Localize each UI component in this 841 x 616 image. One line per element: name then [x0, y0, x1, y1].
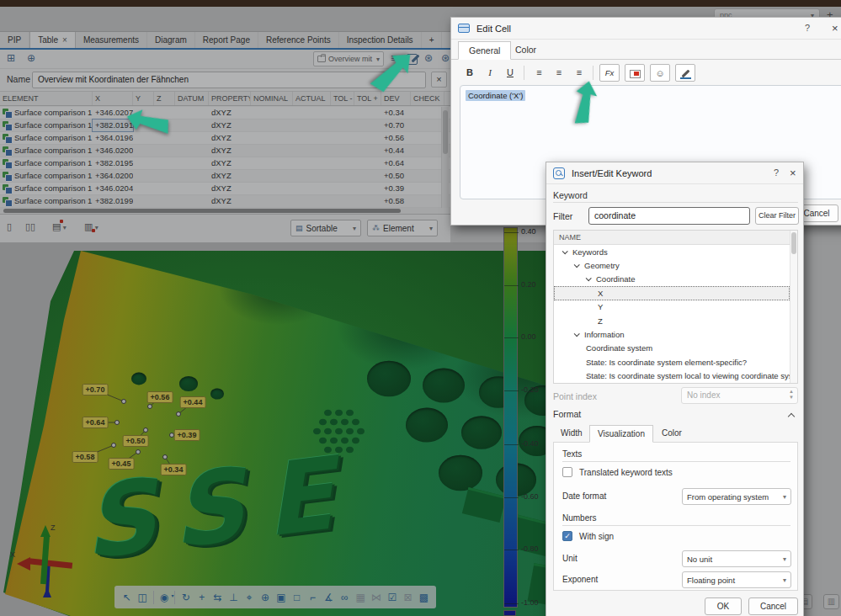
- help-button[interactable]: ?: [805, 23, 810, 33]
- close-button[interactable]: ×: [832, 22, 838, 35]
- cell-icon: [458, 24, 470, 33]
- exponent-dropdown[interactable]: Floating point ▾: [682, 571, 791, 588]
- close-button[interactable]: ×: [790, 167, 796, 179]
- point-index-label: Point index: [553, 391, 597, 401]
- unit-label: Unit: [562, 554, 578, 563]
- tab-color[interactable]: Color: [505, 41, 546, 60]
- cancel-button[interactable]: Cancel: [748, 597, 798, 615]
- clear-filter-button[interactable]: Clear Filter: [755, 207, 799, 225]
- bold-button[interactable]: B: [460, 64, 480, 82]
- expander-icon[interactable]: [562, 248, 568, 254]
- dialog-title: Insert/Edit Keyword: [572, 168, 652, 178]
- tree-item-label: State: Is coordinate system local to vie…: [586, 371, 790, 380]
- divider: [562, 525, 790, 526]
- dialog-title-bar[interactable]: Insert/Edit Keyword: [546, 162, 803, 184]
- exponent-value: Floating point: [687, 576, 735, 585]
- help-button[interactable]: ?: [774, 167, 779, 178]
- expander-icon[interactable]: [574, 331, 580, 337]
- tree-item-information[interactable]: Information: [554, 327, 790, 341]
- align-left-icon[interactable]: ≡: [529, 64, 549, 82]
- divider: [562, 461, 790, 462]
- toolbar-separator: [593, 66, 593, 80]
- chevron-down-icon: ▾: [783, 493, 786, 501]
- tree-item-coordinate-system[interactable]: Coordinate system: [554, 342, 790, 355]
- tab-visualization[interactable]: Visualization: [589, 425, 653, 443]
- italic-button[interactable]: I: [480, 64, 500, 82]
- tree-item-z[interactable]: Z: [554, 314, 790, 327]
- tree-item-label: Coordinate: [596, 274, 635, 284]
- format-section-label: Format: [553, 409, 581, 419]
- tree-item-label: Information: [584, 330, 625, 339]
- underline-button[interactable]: U: [500, 64, 520, 82]
- visualization-group-box: Texts Translated keyword texts Date form…: [553, 442, 798, 591]
- tree-item-keywords[interactable]: Keywords: [554, 245, 790, 258]
- date-format-value: From operating system: [687, 492, 769, 502]
- tree-item-geometry[interactable]: Geometry: [554, 258, 790, 272]
- texts-label: Texts: [562, 449, 582, 459]
- ok-button[interactable]: OK: [705, 597, 742, 615]
- tree-scrollbar[interactable]: [790, 231, 797, 383]
- toolbar-separator: [524, 66, 524, 80]
- spinner-arrows-icon[interactable]: ▲▼: [789, 389, 794, 401]
- keyword-token[interactable]: Coordinate ('X'): [466, 90, 525, 101]
- insert-edit-keyword-dialog: Insert/Edit Keyword ? × Keyword Filter c…: [546, 162, 804, 616]
- dialog-title: Edit Cell: [476, 24, 511, 34]
- insert-symbol-button[interactable]: ☺: [650, 64, 670, 82]
- image-icon: [630, 70, 641, 78]
- tree-item-y[interactable]: Y: [554, 300, 790, 314]
- expander-icon[interactable]: [586, 276, 592, 282]
- tree-item-label: X: [598, 289, 603, 298]
- keyword-tree: NAME KeywordsGeometryCoordinateXYZInform…: [553, 230, 798, 384]
- tree-item-label: Coordinate system: [586, 343, 652, 353]
- magnifier-icon: [553, 167, 565, 179]
- point-index-value: No index: [687, 390, 720, 400]
- with-sign-label: With sign: [579, 532, 614, 541]
- collapse-chevron-icon[interactable]: [788, 413, 795, 420]
- date-format-label: Date format: [562, 491, 606, 501]
- translated-keyword-texts-checkbox[interactable]: [562, 467, 572, 477]
- keyword-section-label: Keyword: [553, 190, 588, 200]
- filter-input[interactable]: coordinate: [588, 207, 750, 225]
- tree-item-state-is-coordinate-system-element[interactable]: State: Is coordinate system element-spec…: [554, 355, 790, 369]
- pen-icon: [680, 69, 691, 79]
- align-center-icon[interactable]: ≡: [549, 64, 569, 82]
- format-pen-button[interactable]: [675, 64, 695, 82]
- tree-item-x[interactable]: X: [554, 286, 790, 300]
- tab-width[interactable]: Width: [553, 425, 590, 443]
- expander-icon[interactable]: [574, 262, 580, 268]
- tree-item-state-is-coordinate-system-local-t[interactable]: State: Is coordinate system local to vie…: [554, 369, 790, 383]
- filter-label: Filter: [553, 211, 572, 221]
- tree-item-label: State: Is coordinate system element-spec…: [586, 358, 747, 367]
- dialog-title-bar[interactable]: Edit Cell: [451, 18, 841, 40]
- tree-item-label: Keywords: [572, 247, 608, 257]
- numbers-label: Numbers: [562, 513, 597, 523]
- tab-color[interactable]: Color: [654, 425, 689, 443]
- point-index-spinner[interactable]: No index ▲▼: [681, 387, 798, 404]
- tree-item-label: Z: [598, 316, 603, 326]
- scrollbar-thumb[interactable]: [791, 232, 796, 254]
- insert-image-button[interactable]: [625, 64, 645, 82]
- date-format-dropdown[interactable]: From operating system ▾: [682, 488, 791, 505]
- tree-header-name[interactable]: NAME: [554, 231, 790, 245]
- exponent-label: Exponent: [562, 575, 598, 584]
- tree-rows: KeywordsGeometryCoordinateXYZInformation…: [554, 245, 790, 383]
- insert-keyword-fx-button[interactable]: Fx: [599, 64, 620, 82]
- translated-keyword-texts-label: Translated keyword texts: [579, 468, 673, 477]
- unit-dropdown[interactable]: No unit ▾: [682, 550, 791, 567]
- tree-item-label: Geometry: [584, 261, 620, 270]
- unit-value: No unit: [687, 555, 712, 564]
- tree-item-coordinate[interactable]: Coordinate: [554, 273, 790, 286]
- tab-general[interactable]: General: [458, 41, 511, 60]
- with-sign-checkbox[interactable]: [562, 531, 572, 541]
- section-divider: [553, 202, 798, 203]
- tree-item-label: Y: [598, 302, 603, 311]
- chevron-down-icon: ▾: [783, 555, 786, 563]
- chevron-down-icon: ▾: [783, 576, 786, 584]
- app-screen: ppc ▾ + SSE X Z ↖◫◉▾↻+⇆⊥⌖⊕▣□⌐∡∞: [0, 0, 841, 616]
